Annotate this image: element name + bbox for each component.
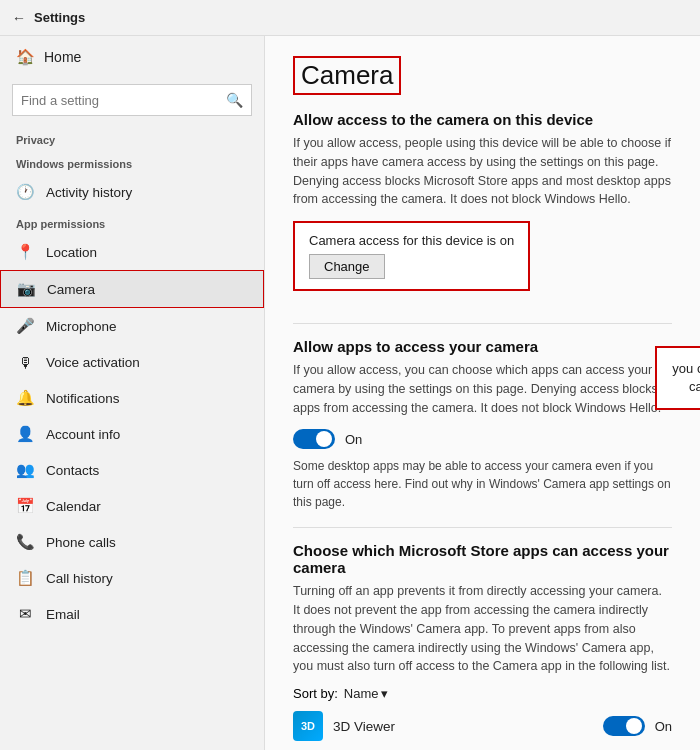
- app-permissions-label: App permissions: [0, 210, 264, 234]
- app-row-3d-viewer: 3D 3D Viewer On: [293, 711, 672, 741]
- sort-value: Name: [344, 686, 379, 701]
- app-name-3d-viewer: 3D Viewer: [333, 719, 593, 734]
- device-access-status: Camera access for this device is on: [309, 233, 514, 248]
- notifications-icon: 🔔: [16, 389, 34, 407]
- allow-apps-heading: Allow apps to access your camera: [293, 338, 672, 355]
- sidebar-item-label: Calendar: [46, 499, 101, 514]
- ms-store-heading: Choose which Microsoft Store apps can ac…: [293, 542, 672, 576]
- toggle-label: On: [345, 432, 362, 447]
- callout-box: you can select which app can access came…: [655, 346, 700, 410]
- sidebar-item-label: Camera: [47, 282, 95, 297]
- sidebar-item-label: Activity history: [46, 185, 132, 200]
- sidebar-item-label: Account info: [46, 427, 120, 442]
- 3d-viewer-icon: 3D: [293, 711, 323, 741]
- sidebar-item-label: Phone calls: [46, 535, 116, 550]
- 3d-viewer-toggle[interactable]: [603, 716, 645, 736]
- chevron-down-icon: ▾: [381, 686, 388, 701]
- sidebar-item-microphone[interactable]: 🎤 Microphone: [0, 308, 264, 344]
- sidebar-item-label: Contacts: [46, 463, 99, 478]
- camera-icon: 📷: [17, 280, 35, 298]
- sidebar-item-phone-calls[interactable]: 📞 Phone calls: [0, 524, 264, 560]
- content-area: Camera Allow access to the camera on thi…: [265, 36, 700, 750]
- sidebar-item-calendar[interactable]: 📅 Calendar: [0, 488, 264, 524]
- calendar-icon: 📅: [16, 497, 34, 515]
- sidebar-item-account-info[interactable]: 👤 Account info: [0, 416, 264, 452]
- divider-1: [293, 323, 672, 324]
- sidebar-item-call-history[interactable]: 📋 Call history: [0, 560, 264, 596]
- location-icon: 📍: [16, 243, 34, 261]
- sidebar-home-label: Home: [44, 49, 81, 65]
- sidebar-item-label: Email: [46, 607, 80, 622]
- apps-camera-toggle[interactable]: [293, 429, 335, 449]
- back-button[interactable]: ←: [12, 10, 26, 26]
- sidebar-item-camera[interactable]: 📷 Camera: [0, 270, 264, 308]
- privacy-section-label: Privacy: [0, 126, 264, 150]
- search-icon: 🔍: [226, 92, 243, 108]
- back-icon: ←: [12, 10, 26, 26]
- 3d-viewer-toggle-label: On: [655, 719, 672, 734]
- sidebar-item-voice-activation[interactable]: 🎙 Voice activation: [0, 344, 264, 380]
- sort-dropdown[interactable]: Name ▾: [344, 686, 389, 701]
- page-title: Camera: [293, 56, 401, 95]
- main-layout: 🏠 Home 🔍 Privacy Windows permissions 🕐 A…: [0, 36, 700, 750]
- windows-permissions-label: Windows permissions: [0, 150, 264, 174]
- ms-store-desc: Turning off an app prevents it from dire…: [293, 582, 672, 676]
- sidebar-item-contacts[interactable]: 👥 Contacts: [0, 452, 264, 488]
- phone-calls-icon: 📞: [16, 533, 34, 551]
- account-info-icon: 👤: [16, 425, 34, 443]
- sort-label: Sort by:: [293, 686, 338, 701]
- app-note: Some desktop apps may be able to access …: [293, 457, 672, 511]
- allow-device-heading: Allow access to the camera on this devic…: [293, 111, 672, 128]
- search-input[interactable]: [21, 93, 226, 108]
- sidebar: 🏠 Home 🔍 Privacy Windows permissions 🕐 A…: [0, 36, 265, 750]
- sidebar-item-activity-history[interactable]: 🕐 Activity history: [0, 174, 264, 210]
- sidebar-home[interactable]: 🏠 Home: [0, 36, 264, 78]
- allow-apps-desc: If you allow access, you can choose whic…: [293, 361, 672, 417]
- allow-device-desc: If you allow access, people using this d…: [293, 134, 672, 209]
- sort-row: Sort by: Name ▾: [293, 686, 672, 701]
- apps-toggle-row: On: [293, 429, 672, 449]
- header-title: Settings: [34, 10, 85, 25]
- home-icon: 🏠: [16, 48, 34, 66]
- email-icon: ✉: [16, 605, 34, 623]
- search-box: 🔍: [12, 84, 252, 116]
- device-access-box: Camera access for this device is on Chan…: [293, 221, 530, 291]
- contacts-icon: 👥: [16, 461, 34, 479]
- sidebar-item-label: Notifications: [46, 391, 120, 406]
- sidebar-item-location[interactable]: 📍 Location: [0, 234, 264, 270]
- sidebar-item-notifications[interactable]: 🔔 Notifications: [0, 380, 264, 416]
- call-history-icon: 📋: [16, 569, 34, 587]
- sidebar-item-label: Microphone: [46, 319, 117, 334]
- header-bar: ← Settings: [0, 0, 700, 36]
- voice-activation-icon: 🎙: [16, 353, 34, 371]
- sidebar-item-label: Call history: [46, 571, 113, 586]
- sidebar-item-label: Location: [46, 245, 97, 260]
- microphone-icon: 🎤: [16, 317, 34, 335]
- activity-history-icon: 🕐: [16, 183, 34, 201]
- sidebar-item-label: Voice activation: [46, 355, 140, 370]
- divider-2: [293, 527, 672, 528]
- sidebar-item-email[interactable]: ✉ Email: [0, 596, 264, 632]
- change-button[interactable]: Change: [309, 254, 385, 279]
- callout-text: you can select which app can access came…: [672, 361, 700, 394]
